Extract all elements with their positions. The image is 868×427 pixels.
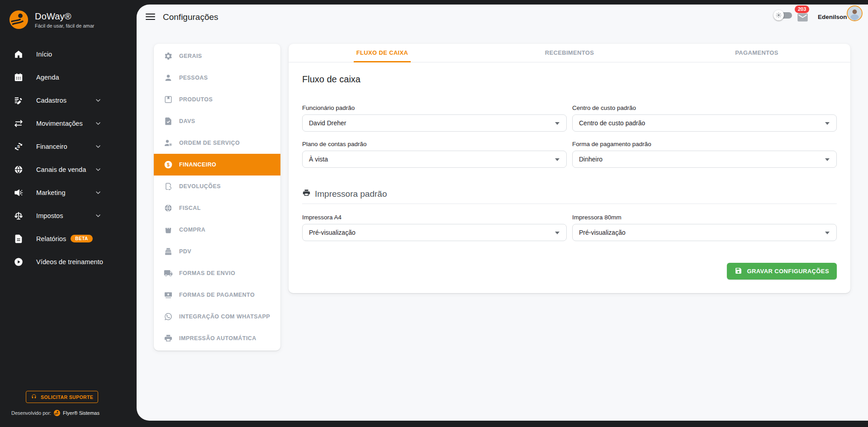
- tab-fluxo-de-caixa[interactable]: FLUXO DE CAIXA: [289, 44, 476, 62]
- money-bill-icon: [164, 290, 173, 299]
- settings-menu-item-pdv[interactable]: PDV: [154, 241, 280, 262]
- forma-de-pagamento-padrao-select[interactable]: Dinheiro: [572, 151, 837, 168]
- caret-down-icon: [555, 232, 560, 234]
- sidebar-item-relatorios[interactable]: RelatóriosBETA: [0, 227, 111, 250]
- settings-menu-item-label: IMPRESSÃO AUTOMÁTICA: [179, 335, 256, 342]
- gear-icon: [164, 52, 173, 61]
- settings-menu-item-label: GERAIS: [179, 53, 202, 59]
- plano-de-contas-padrao-select[interactable]: À vista: [302, 151, 567, 168]
- page-title: Configurações: [163, 12, 218, 22]
- funcionario-padrao-select[interactable]: David Dreher: [302, 114, 567, 132]
- sidebar-item-label: Canais de venda: [36, 166, 86, 173]
- sidebar-item-label: Financeiro: [36, 143, 67, 150]
- settings-menu-item-label: INTEGRAÇÃO COM WHATSAPP: [179, 313, 270, 320]
- settings-menu-item-ordem-de-servico[interactable]: ORDEM DE SERVIÇO: [154, 132, 280, 154]
- sidebar-item-canais-de-venda[interactable]: Canais de venda: [0, 158, 111, 181]
- settings-menu-item-label: DAVS: [179, 118, 195, 124]
- sidebar-item-label: Impostos: [36, 212, 63, 219]
- printer-section-heading: Impressora padrão: [302, 189, 837, 199]
- settings-menu-item-integracao-com-whatsapp[interactable]: INTEGRAÇÃO COM WHATSAPP: [154, 306, 280, 327]
- settings-menu: GERAISPESSOASPRODUTOSDAVSORDEM DE SERVIÇ…: [154, 44, 280, 351]
- svg-text:S: S: [17, 144, 20, 149]
- sidebar-item-label: Cadastros: [36, 97, 66, 104]
- impressora-a4-select[interactable]: Pré-visualização: [302, 224, 567, 241]
- sidebar-item-label: Início: [36, 51, 52, 58]
- sidebar-item-label: Relatórios: [36, 235, 66, 242]
- settings-menu-item-impressao-automatica[interactable]: IMPRESSÃO AUTOMÁTICA: [154, 327, 280, 349]
- sidebar: DoWay® Fácil de usar, fácil de amar Iníc…: [0, 0, 137, 427]
- finance-sync-icon: S: [14, 142, 24, 152]
- product-bookmark-icon: [164, 95, 173, 104]
- report-icon: [14, 234, 24, 244]
- chevron-down-icon: [95, 143, 102, 150]
- notifications-button[interactable]: 203: [796, 7, 810, 22]
- dollar-circle-icon: $: [164, 160, 173, 169]
- doc-check-icon: [164, 117, 173, 126]
- theme-toggle[interactable]: [773, 10, 793, 20]
- settings-menu-item-devolucoes[interactable]: DEVOLUÇÕES: [154, 176, 280, 197]
- sun-icon: [773, 10, 784, 20]
- tab-recebimentos[interactable]: RECEBIMENTOS: [476, 44, 663, 62]
- sidebar-item-videos-de-treinamento[interactable]: Vídeos de treinamento: [0, 250, 111, 273]
- play-circle-icon: [14, 257, 24, 267]
- globe-icon: [14, 165, 24, 175]
- settings-menu-item-formas-de-pagamento[interactable]: FORMAS DE PAGAMENTO: [154, 284, 280, 306]
- chevron-down-icon: [95, 166, 102, 173]
- settings-menu-item-gerais[interactable]: GERAIS: [154, 45, 280, 67]
- truck-icon: [164, 269, 173, 278]
- flyer-logo-icon: [53, 409, 61, 417]
- settings-menu-item-label: FINANCEIRO: [179, 161, 216, 168]
- avatar[interactable]: [847, 5, 863, 21]
- user-name: Edenilson: [818, 14, 847, 20]
- impressora-80mm-select[interactable]: Pré-visualização: [572, 224, 837, 241]
- whatsapp-icon: [164, 312, 173, 321]
- settings-menu-item-label: FORMAS DE PAGAMENTO: [179, 292, 255, 298]
- settings-menu-item-formas-de-envio[interactable]: FORMAS DE ENVIO: [154, 262, 280, 284]
- settings-menu-item-financeiro[interactable]: $FINANCEIRO: [154, 154, 280, 176]
- person-icon: [164, 73, 173, 82]
- save-settings-button[interactable]: GRAVAR CONFIGURAÇÕES: [727, 263, 837, 280]
- sidebar-item-agenda[interactable]: Agenda: [0, 66, 111, 89]
- doc-return-icon: [164, 182, 173, 191]
- caret-down-icon: [555, 158, 560, 161]
- sidebar-item-movimentacoes[interactable]: Movimentações: [0, 112, 111, 135]
- caret-down-icon: [555, 122, 560, 125]
- hamburger-menu-icon[interactable]: [146, 10, 159, 24]
- cash-register-icon: [164, 247, 173, 256]
- request-support-label: SOLICITAR SUPORTE: [41, 394, 93, 400]
- chevron-down-icon: [95, 212, 102, 219]
- settings-menu-item-compra[interactable]: COMPRA: [154, 219, 280, 241]
- centro-de-custo-padrao-select[interactable]: Centro de custo padrão: [572, 114, 837, 132]
- calendar-icon: [14, 72, 24, 82]
- settings-menu-item-label: PDV: [179, 248, 191, 255]
- caret-down-icon: [825, 232, 830, 234]
- settings-menu-item-pessoas[interactable]: PESSOAS: [154, 67, 280, 89]
- chevron-down-icon: [95, 120, 102, 127]
- sidebar-item-financeiro[interactable]: SFinanceiro: [0, 135, 111, 158]
- sidebar-item-impostos[interactable]: Impostos: [0, 204, 111, 227]
- settings-menu-item-label: ORDEM DE SERVIÇO: [179, 140, 240, 146]
- tab-pagamentos[interactable]: PAGAMENTOS: [663, 44, 850, 62]
- sidebar-item-marketing[interactable]: Marketing: [0, 181, 111, 204]
- sidebar-nav: InícioAgendaCadastrosMovimentaçõesSFinan…: [0, 43, 111, 273]
- tab-bar: FLUXO DE CAIXA RECEBIMENTOS PAGAMENTOS: [289, 44, 850, 62]
- sidebar-item-inicio[interactable]: Início: [0, 43, 111, 66]
- settings-menu-item-fiscal[interactable]: FISCAL: [154, 197, 280, 219]
- shopping-bag-icon: [164, 225, 173, 234]
- main-sheet: Configurações 203 Edenilson GERAISPESSOA…: [137, 5, 868, 421]
- field-label-funcionario-padrao: Funcionário padrão: [302, 104, 567, 111]
- headset-icon: [31, 394, 37, 401]
- doway-logo-icon: [8, 9, 29, 30]
- notification-badge: 203: [795, 5, 809, 13]
- sidebar-item-cadastros[interactable]: Cadastros: [0, 89, 111, 112]
- settings-menu-item-label: PRODUTOS: [179, 96, 213, 103]
- scale-icon: [14, 211, 24, 221]
- globe-icon: [164, 204, 173, 213]
- developed-by: Desenvolvido por: Flyer® Sistemas: [0, 409, 111, 417]
- sidebar-item-label: Movimentações: [36, 120, 83, 127]
- field-label-plano-de-contas-padrao: Plano de contas padrão: [302, 141, 567, 147]
- settings-menu-item-produtos[interactable]: PRODUTOS: [154, 89, 280, 110]
- request-support-button[interactable]: SOLICITAR SUPORTE: [26, 391, 98, 403]
- settings-menu-item-davs[interactable]: DAVS: [154, 110, 280, 132]
- brand[interactable]: DoWay® Fácil de usar, fácil de amar: [8, 9, 94, 30]
